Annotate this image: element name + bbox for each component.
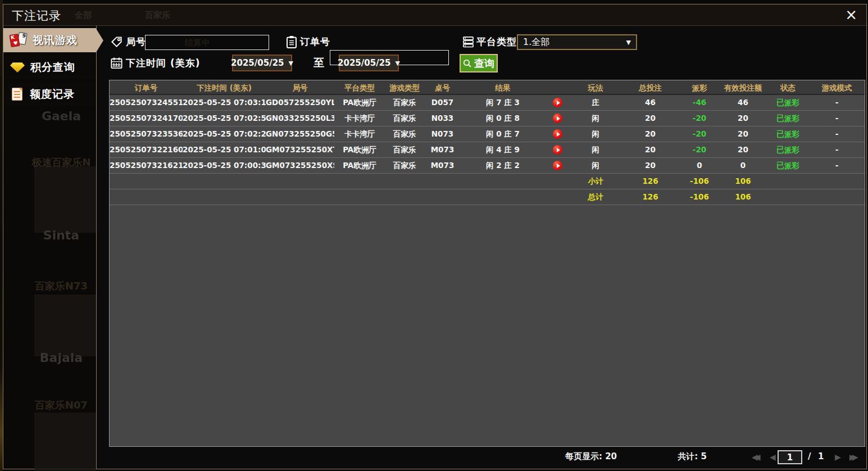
cell-round_id: GN033255250L3 [266, 111, 334, 126]
filter-row-2: 下注时间 (美东) 2025/05/25 ▼ 至 2025/05/25 ▼ 查询 [97, 53, 866, 73]
cell-play [545, 111, 570, 126]
sidebar-item-video-games[interactable]: 9 K♥ 视讯游戏 [3, 28, 96, 52]
cell-table_no: D057 [424, 95, 461, 110]
screen: 全部 百家乐 下注记录 × 9 K♥ 视讯游戏 积分查询 [0, 0, 868, 471]
cell-mode: - [809, 126, 865, 142]
playing-cards-icon: 9 K♥ [9, 32, 28, 49]
table-header-row: 订单号下注时间 (美东)局号平台类型游戏类型桌号结果玩法总投注派彩有效投注额状态… [110, 80, 865, 95]
total-cell: 106 [719, 189, 767, 205]
column-header: 局号 [266, 80, 334, 94]
cell-valid_bet: 0 [719, 158, 767, 173]
cell-status: 已派彩 [767, 158, 809, 173]
cell-play [545, 126, 570, 142]
dialog-title: 下注记录 [12, 8, 61, 24]
total-cell: 总计 [570, 189, 621, 205]
cell-result: 闲 4 庄 9 [461, 142, 545, 157]
round-number-label: 局号 [126, 35, 146, 48]
last-page-icon[interactable]: ▶▶ [849, 452, 855, 461]
cell-table_no: M073 [424, 158, 461, 173]
replay-video-icon[interactable] [553, 129, 562, 139]
next-page-icon[interactable]: ▶ [835, 452, 841, 461]
close-icon[interactable]: × [845, 7, 857, 22]
previous-page-icon[interactable]: ◀ [770, 452, 776, 461]
cell-table_no: N073 [424, 126, 461, 142]
cell-game_type: 百家乐 [385, 142, 424, 157]
calendar-icon [110, 56, 123, 70]
background-ghost-text: 全部 [75, 10, 92, 21]
table-row: 2505250732455192025-05-25 07:03:19GD0572… [110, 95, 865, 111]
bet-time-label: 下注时间 (美东) [126, 57, 200, 70]
cell-valid_bet: 46 [719, 95, 767, 110]
query-button[interactable]: 查询 [460, 54, 498, 73]
page-number-input[interactable] [778, 450, 802, 464]
empty-cell [461, 174, 545, 189]
cell-bet_on: 闲 [570, 111, 621, 126]
cell-mode: - [809, 111, 865, 126]
betting-records-dialog: 全部 百家乐 下注记录 × 9 K♥ 视讯游戏 积分查询 [3, 4, 867, 469]
dimmed-dealer-photo [34, 413, 96, 471]
document-icon [12, 88, 22, 101]
table-row: 2505250732353622025-05-25 07:02:20GN0732… [110, 126, 865, 142]
cell-mode: - [809, 158, 865, 173]
date-range-to-label: 至 [313, 56, 324, 70]
cell-status: 已派彩 [767, 95, 809, 110]
round-number-input[interactable]: 结算中 [145, 35, 269, 50]
background-ghost-text: 极速百家乐N [26, 156, 97, 169]
cell-status: 已派彩 [767, 111, 809, 126]
cell-table_no: N033 [424, 111, 461, 126]
cell-platform: PA欧洲厅 [334, 158, 385, 173]
background-ghost-text: Sinta [26, 228, 97, 242]
cell-platform: PA欧洲厅 [334, 142, 385, 157]
sidebar-item-points-query[interactable]: 积分查询 [3, 55, 96, 79]
replay-video-icon[interactable] [553, 98, 562, 107]
total-pages-label: 1 [818, 451, 824, 461]
cell-status: 已派彩 [767, 126, 809, 142]
column-header: 游戏模式 [809, 80, 865, 94]
platform-type-select[interactable]: 1.全部 ▼ [517, 34, 637, 50]
cell-play [545, 142, 570, 157]
cell-time: 2025-05-25 07:02:20 [183, 126, 266, 142]
cell-platform: PA欧洲厅 [334, 95, 385, 110]
chevron-down-icon: ▼ [626, 39, 631, 46]
first-page-icon[interactable]: ◀◀ [752, 452, 757, 461]
total-count-label: 共计: 5 [664, 451, 720, 462]
cell-bet_on: 闲 [570, 142, 621, 157]
cell-time: 2025-05-25 07:03:19 [183, 95, 266, 110]
table-row: 2505250732216062025-05-25 07:01:05GM0732… [110, 142, 865, 158]
cell-play [545, 158, 570, 173]
sidebar-item-label: 视讯游戏 [33, 33, 78, 48]
dimmed-dealer-photo [34, 166, 96, 233]
replay-video-icon[interactable] [553, 114, 562, 123]
empty-cell [183, 189, 266, 205]
dimmed-dealer-photo [34, 295, 96, 356]
cell-platform: 卡卡湾厅 [334, 111, 385, 126]
date-from-picker[interactable]: 2025/05/25 ▼ [232, 55, 292, 71]
cell-time: 2025-05-25 07:00:36 [183, 158, 266, 173]
cell-platform: 卡卡湾厅 [334, 126, 385, 142]
chevron-down-icon: ▼ [396, 60, 400, 67]
date-to-picker[interactable]: 2025/05/25 ▼ [339, 55, 399, 71]
cell-game_type: 百家乐 [385, 95, 424, 110]
empty-cell [334, 174, 385, 189]
sidebar-item-label: 积分查询 [30, 60, 75, 75]
cell-result: 闲 2 庄 2 [461, 158, 545, 173]
page-separator: / [808, 451, 811, 461]
cell-total_bet: 20 [621, 142, 680, 157]
background-ghost-text: 百家乐N73 [26, 279, 97, 293]
background-ghost-text: Gaela [26, 109, 97, 123]
cell-payout: 0 [680, 158, 719, 173]
search-icon [463, 59, 472, 68]
cell-total_bet: 20 [621, 126, 680, 142]
grand-total-row: 总计126-106106 [110, 189, 865, 205]
filter-row-1: 局号 结算中 订单号 平台类型 [97, 34, 866, 51]
background-ghost-text: 百家乐 [145, 10, 170, 21]
cell-mode: - [809, 95, 865, 110]
replay-video-icon[interactable] [553, 161, 562, 170]
cell-game_type: 百家乐 [385, 111, 424, 126]
empty-cell [385, 189, 424, 205]
background-ghost-text: Bajala [26, 351, 97, 365]
empty-cell [809, 189, 865, 205]
column-header: 总投注 [621, 80, 680, 94]
replay-video-icon[interactable] [553, 145, 562, 155]
sidebar-item-quota-records[interactable]: 额度记录 [3, 82, 96, 106]
